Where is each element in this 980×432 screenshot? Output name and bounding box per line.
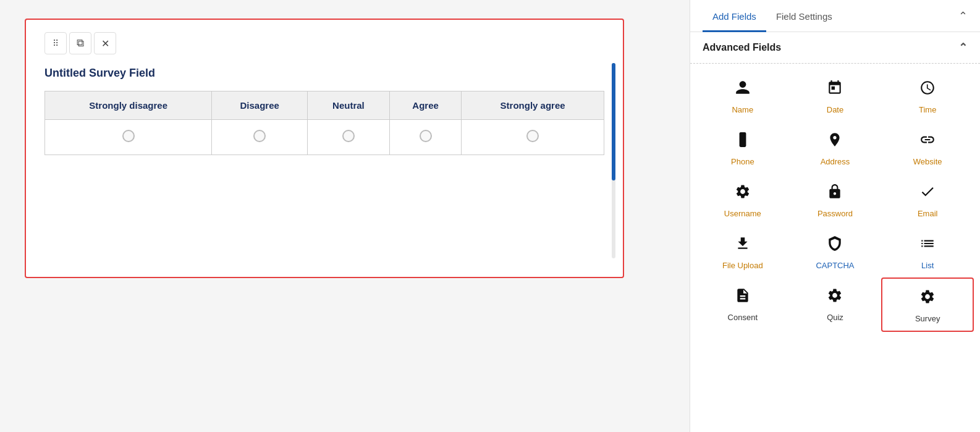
field-item-phone[interactable]: Phone bbox=[696, 122, 789, 174]
close-button[interactable]: ✕ bbox=[94, 32, 116, 54]
col-header-strongly-disagree: Strongly disagree bbox=[45, 91, 212, 120]
phone-icon bbox=[735, 132, 751, 152]
radio-disagree[interactable] bbox=[253, 130, 266, 142]
right-panel: Add Fields Field Settings ⌃ Advanced Fie… bbox=[690, 0, 980, 432]
copy-icon: ⧉ bbox=[77, 37, 84, 49]
drag-icon: ⠿ bbox=[53, 38, 59, 48]
close-icon: ✕ bbox=[101, 38, 109, 49]
radio-strongly-agree[interactable] bbox=[526, 130, 539, 142]
captcha-label: CAPTCHA bbox=[816, 261, 854, 270]
field-item-quiz[interactable]: Quiz bbox=[789, 277, 882, 332]
radio-cell-5[interactable] bbox=[462, 120, 604, 155]
name-label: Name bbox=[732, 105, 753, 114]
time-label: Time bbox=[919, 105, 936, 114]
field-item-consent[interactable]: Consent bbox=[696, 277, 789, 332]
date-icon bbox=[827, 80, 843, 100]
password-icon bbox=[827, 184, 843, 204]
address-label: Address bbox=[821, 157, 850, 166]
table-row bbox=[45, 120, 604, 155]
field-item-name[interactable]: Name bbox=[696, 70, 789, 122]
col-header-agree: Agree bbox=[389, 91, 461, 120]
radio-cell-3[interactable] bbox=[307, 120, 389, 155]
file-upload-icon bbox=[735, 235, 751, 256]
chevron-up-icon[interactable]: ⌃ bbox=[958, 9, 968, 23]
col-header-disagree: Disagree bbox=[212, 91, 307, 120]
field-title: Untitled Survey Field bbox=[44, 67, 604, 80]
tab-field-settings[interactable]: Field Settings bbox=[766, 0, 842, 32]
section-title: Advanced Fields bbox=[703, 42, 781, 53]
phone-label: Phone bbox=[731, 157, 754, 166]
list-label: List bbox=[921, 261, 934, 270]
field-toolbar: ⠿ ⧉ ✕ bbox=[44, 32, 604, 54]
username-icon bbox=[735, 184, 751, 204]
section-chevron-icon[interactable]: ⌃ bbox=[958, 41, 968, 54]
tabs-header: Add Fields Field Settings ⌃ bbox=[690, 0, 980, 32]
drag-handle-button[interactable]: ⠿ bbox=[44, 32, 67, 54]
field-item-address[interactable]: Address bbox=[789, 122, 882, 174]
field-item-time[interactable]: Time bbox=[881, 70, 974, 122]
radio-strongly-disagree[interactable] bbox=[122, 130, 135, 142]
field-item-captcha[interactable]: CAPTCHA bbox=[789, 226, 882, 277]
quiz-icon bbox=[827, 287, 843, 308]
field-item-website[interactable]: Website bbox=[881, 122, 974, 174]
svg-rect-0 bbox=[739, 132, 746, 147]
field-item-date[interactable]: Date bbox=[789, 70, 882, 122]
fields-grid: Name Date Time Phone bbox=[690, 64, 980, 338]
survey-icon bbox=[919, 289, 936, 309]
survey-table: Strongly disagree Disagree Neutral Agree… bbox=[44, 91, 604, 155]
field-item-password[interactable]: Password bbox=[789, 174, 882, 226]
radio-cell-4[interactable] bbox=[389, 120, 461, 155]
tab-add-fields[interactable]: Add Fields bbox=[703, 0, 766, 32]
website-label: Website bbox=[913, 157, 942, 166]
website-icon bbox=[919, 132, 936, 152]
radio-cell-2[interactable] bbox=[212, 120, 307, 155]
field-item-survey[interactable]: Survey bbox=[881, 277, 974, 332]
password-label: Password bbox=[817, 209, 853, 218]
survey-label: Survey bbox=[915, 314, 940, 323]
email-label: Email bbox=[918, 209, 938, 218]
scroll-thumb bbox=[612, 63, 615, 180]
scroll-indicator[interactable] bbox=[612, 63, 615, 258]
consent-icon bbox=[735, 287, 751, 308]
radio-agree[interactable] bbox=[420, 130, 432, 142]
date-label: Date bbox=[827, 105, 843, 114]
left-panel: ⠿ ⧉ ✕ Untitled Survey Field Strongly dis… bbox=[0, 0, 690, 432]
col-header-neutral: Neutral bbox=[307, 91, 389, 120]
radio-neutral[interactable] bbox=[342, 130, 355, 142]
captcha-icon bbox=[827, 235, 843, 256]
copy-button[interactable]: ⧉ bbox=[69, 32, 91, 54]
col-header-strongly-agree: Strongly agree bbox=[462, 91, 604, 120]
radio-cell-1[interactable] bbox=[45, 120, 212, 155]
name-icon bbox=[735, 80, 751, 100]
field-item-email[interactable]: Email bbox=[881, 174, 974, 226]
email-icon bbox=[919, 184, 936, 204]
file-upload-label: File Upload bbox=[722, 261, 763, 270]
address-icon bbox=[827, 132, 843, 152]
time-icon bbox=[919, 80, 936, 100]
survey-field-container: ⠿ ⧉ ✕ Untitled Survey Field Strongly dis… bbox=[25, 19, 624, 278]
field-item-username[interactable]: Username bbox=[696, 174, 789, 226]
quiz-label: Quiz bbox=[827, 313, 843, 322]
consent-label: Consent bbox=[728, 313, 758, 322]
advanced-fields-section-header: Advanced Fields ⌃ bbox=[690, 32, 980, 64]
username-label: Username bbox=[724, 209, 761, 218]
field-item-list[interactable]: List bbox=[881, 226, 974, 277]
field-item-file-upload[interactable]: File Upload bbox=[696, 226, 789, 277]
list-icon bbox=[919, 235, 936, 256]
